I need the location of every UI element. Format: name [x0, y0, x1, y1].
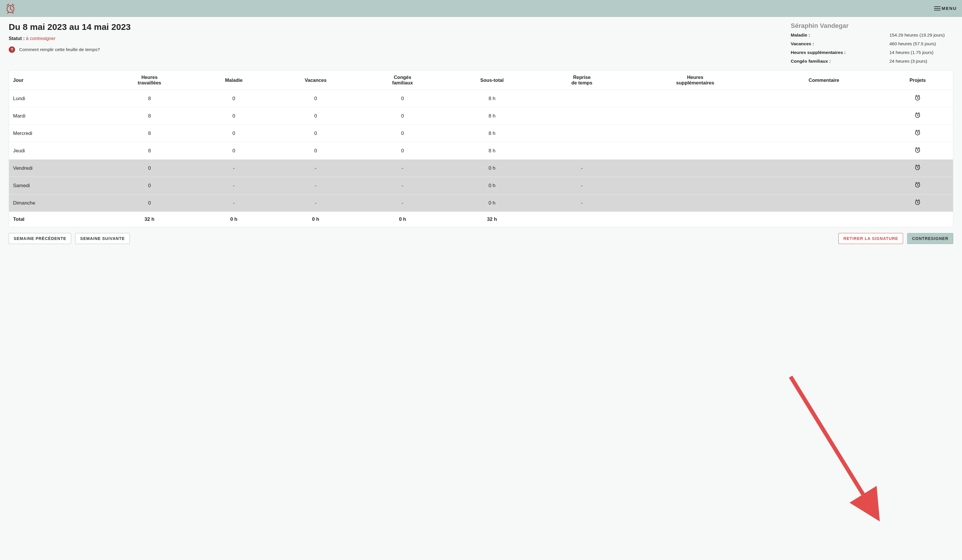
user-name: Séraphin Vandegar — [791, 22, 953, 30]
subtotal-cell: 8 h — [445, 125, 539, 142]
clock-icon[interactable] — [914, 164, 921, 171]
clock-icon[interactable] — [914, 112, 921, 118]
family-cell: - — [360, 177, 445, 195]
comment-cell — [765, 107, 882, 125]
sick-cell: 0 — [196, 107, 271, 125]
comment-cell — [765, 142, 882, 159]
worked-cell: 8 — [102, 90, 196, 107]
subtotal-cell: 0 h — [445, 159, 539, 177]
worked-cell: 8 — [102, 125, 196, 142]
summary-value: 14 heures (1.75 jours) — [889, 50, 953, 55]
svg-line-22 — [918, 185, 918, 186]
retract-signature-button[interactable]: RETIRER LA SIGNATURE — [838, 233, 903, 244]
total-label: Total — [9, 212, 102, 227]
worked-cell: 0 — [102, 177, 196, 195]
column-header: Vacances — [271, 71, 360, 90]
summary-grid: Maladie :154.29 heures (19.29 jours)Vaca… — [791, 32, 953, 64]
countersign-button[interactable]: CONTRESIGNER — [907, 233, 953, 244]
day-cell: Mercredi — [9, 125, 102, 142]
table-row: Dimanche0---0 h- — [9, 195, 953, 212]
subtotal-cell: 0 h — [445, 177, 539, 195]
topbar: MENU — [0, 0, 962, 17]
recovery-cell: - — [539, 195, 625, 212]
family-cell: - — [360, 195, 445, 212]
vacation-cell: - — [271, 177, 360, 195]
sick-cell: - — [196, 195, 271, 212]
day-cell: Mardi — [9, 107, 102, 125]
sick-cell: 0 — [196, 125, 271, 142]
clock-icon[interactable] — [914, 182, 921, 188]
help-link[interactable]: ? Comment remplir cette feuille de temps… — [9, 47, 131, 53]
comment-cell — [765, 90, 882, 107]
column-header: Maladie — [196, 71, 271, 90]
projects-cell — [882, 142, 953, 159]
worked-cell: 0 — [102, 159, 196, 177]
sick-cell: 0 — [196, 142, 271, 159]
recovery-cell — [539, 107, 625, 125]
svg-line-7 — [918, 98, 918, 99]
clock-icon[interactable] — [914, 147, 921, 153]
clock-icon[interactable] — [914, 199, 921, 206]
table-row: Samedi0---0 h- — [9, 177, 953, 195]
prev-week-button[interactable]: SEMAINE PRÉCÉDENTE — [9, 233, 71, 244]
comment-cell — [765, 159, 882, 177]
total-projects — [882, 212, 953, 227]
summary-value: 154.29 heures (19.29 jours) — [889, 32, 953, 38]
status-line: Statut : à contresigner — [9, 36, 131, 41]
summary-label: Vacances : — [791, 41, 889, 47]
table-row: Mardi80008 h — [9, 107, 953, 125]
total-recovery — [539, 212, 625, 227]
svg-line-10 — [918, 116, 918, 116]
sick-cell: 0 — [196, 90, 271, 107]
overtime-cell — [625, 159, 766, 177]
page-title: Du 8 mai 2023 au 14 mai 2023 — [9, 22, 131, 32]
comment-cell — [765, 195, 882, 212]
vacation-cell: 0 — [271, 90, 360, 107]
svg-line-2 — [10, 9, 12, 10]
overtime-cell — [625, 125, 766, 142]
svg-line-13 — [918, 133, 918, 134]
vacation-cell: 0 — [271, 125, 360, 142]
overtime-cell — [625, 142, 766, 159]
summary-label: Congés familiaux : — [791, 59, 889, 64]
column-header: Heuressupplémentaires — [625, 71, 766, 90]
projects-cell — [882, 159, 953, 177]
next-week-button[interactable]: SEMAINE SUIVANTE — [75, 233, 129, 244]
comment-cell — [765, 125, 882, 142]
overtime-cell — [625, 195, 766, 212]
timesheet-table: JourHeurestravailléesMaladieVacancesCong… — [9, 71, 953, 227]
clock-icon[interactable] — [914, 129, 921, 136]
recovery-cell — [539, 125, 625, 142]
worked-cell: 0 — [102, 195, 196, 212]
total-vacation: 0 h — [271, 212, 360, 227]
column-header: Projets — [882, 71, 953, 90]
sick-cell: - — [196, 177, 271, 195]
projects-cell — [882, 125, 953, 142]
recovery-cell: - — [539, 159, 625, 177]
column-header: Congésfamiliaux — [360, 71, 445, 90]
help-text: Comment remplir cette feuille de temps? — [19, 47, 100, 52]
svg-line-25 — [918, 203, 918, 203]
summary-value: 460 heures (57.5 jours) — [889, 41, 953, 47]
svg-line-19 — [918, 168, 918, 168]
status-label: Statut : — [9, 36, 25, 41]
total-overtime — [625, 212, 766, 227]
status-value: à contresigner — [26, 36, 55, 41]
family-cell: - — [360, 159, 445, 177]
vacation-cell: - — [271, 159, 360, 177]
subtotal-cell: 8 h — [445, 142, 539, 159]
day-cell: Samedi — [9, 177, 102, 195]
projects-cell — [882, 195, 953, 212]
menu-button[interactable]: MENU — [934, 6, 957, 11]
vacation-cell: 0 — [271, 142, 360, 159]
family-cell: 0 — [360, 125, 445, 142]
app-logo-icon — [5, 3, 16, 14]
table-row: Mercredi80008 h — [9, 125, 953, 142]
day-cell: Jeudi — [9, 142, 102, 159]
table-row: Jeudi80008 h — [9, 142, 953, 159]
worked-cell: 8 — [102, 107, 196, 125]
recovery-cell — [539, 90, 625, 107]
clock-icon[interactable] — [914, 95, 921, 101]
total-sick: 0 h — [196, 212, 271, 227]
total-worked: 32 h — [102, 212, 196, 227]
